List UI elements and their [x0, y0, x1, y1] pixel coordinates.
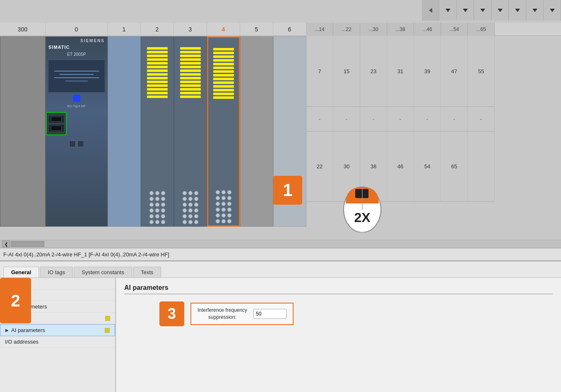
rcell-7: 7	[306, 36, 333, 106]
slot-3-stripes	[176, 41, 205, 189]
col-down-arrow-5[interactable]	[509, 0, 526, 21]
col-header-300: 300	[0, 23, 46, 36]
ai-params-title: AI parameters	[124, 284, 553, 294]
interference-row: Interference frequency suppression:	[190, 303, 294, 325]
nav-item-io-addresses[interactable]: I/O addresses	[0, 336, 115, 348]
svg-text:2X: 2X	[354, 210, 371, 225]
slot-2-stripes	[143, 41, 172, 189]
badge-2: 2	[0, 278, 31, 323]
rack-area: Baugruppenträge... 300 0 1 2 3 4 5 6 ...…	[0, 0, 561, 240]
tab-io-tags[interactable]: IO tags	[40, 267, 73, 277]
slot-0-module[interactable]: SIEMENS SIMATIC ET 200SP BU-Typ4 MF	[46, 36, 108, 227]
right-col-h-65: ...65	[468, 23, 495, 36]
rcell-empty	[468, 131, 495, 201]
rcell-55: 55	[468, 36, 495, 106]
rcell-39: 39	[414, 36, 441, 106]
svg-marker-3	[480, 9, 485, 12]
interference-input[interactable]	[253, 309, 287, 319]
rcell-d3: -	[360, 107, 387, 131]
slot-2-module[interactable]	[141, 36, 174, 227]
col-down-arrow-4[interactable]	[491, 0, 509, 21]
right-col-h-38: ...38	[387, 23, 414, 36]
param-form: 3 Interference frequency suppression:	[124, 303, 553, 325]
svg-marker-7	[550, 9, 555, 12]
svg-marker-2	[463, 9, 468, 12]
rcell-15: 15	[333, 36, 360, 106]
nav-indicator-ai	[105, 328, 110, 333]
col-header-3: 3	[174, 23, 207, 36]
eth-ports[interactable]	[46, 112, 67, 135]
col-down-arrow-3[interactable]	[474, 0, 491, 21]
svg-marker-4	[498, 9, 503, 12]
tab-texts[interactable]: Texts	[133, 267, 161, 277]
col-header-4: 4	[207, 23, 240, 36]
rcell-d4: -	[387, 107, 414, 131]
rcell-d1: -	[306, 107, 333, 131]
rcell-d7: -	[468, 107, 495, 131]
info-bar: F-AI 4xI 0(4)..20mA 2-/4-wire HF_1 [F-AI…	[0, 248, 561, 261]
col-down-arrow-2[interactable]	[457, 0, 474, 21]
svg-rect-9	[355, 189, 368, 198]
col-header-5: 5	[240, 23, 273, 36]
rcell-23: 23	[360, 36, 387, 106]
slot-4-stripes	[209, 42, 238, 188]
nav-label-io-addresses: I/O addresses	[5, 339, 39, 345]
slot-3-module[interactable]	[174, 36, 207, 227]
rcell-54: 54	[414, 131, 441, 201]
rcell-d2: -	[333, 107, 360, 131]
col-down-arrow-7[interactable]	[544, 0, 561, 21]
slot-5-module[interactable]	[240, 36, 273, 227]
interference-label: Interference frequency suppression:	[197, 307, 247, 321]
right-col-h-54: ...54	[441, 23, 468, 36]
svg-marker-0	[429, 8, 432, 13]
simatic-desc: BU-Typ4 MF	[46, 103, 107, 109]
col-down-arrow-6[interactable]	[526, 0, 544, 21]
col-header-0: 0	[46, 23, 108, 36]
rcell-22: 22	[306, 131, 333, 201]
rcell-65: 65	[441, 131, 468, 201]
col-down-arrow-1[interactable]	[439, 0, 457, 21]
mouse-2x-icon: 2X	[339, 174, 385, 234]
nav-indicator-fp	[105, 316, 110, 321]
main-content: 2 ▶ General Po...oup ▶ Mo...arameters F-…	[0, 278, 561, 392]
svg-marker-1	[445, 9, 450, 12]
badge-3: 3	[159, 301, 184, 326]
scrollbar-thumb[interactable]	[11, 241, 44, 247]
tab-general[interactable]: General	[3, 267, 39, 277]
right-col-h-30: ...30	[360, 23, 387, 36]
eth-port-2[interactable]	[48, 124, 65, 132]
rcell-d5: -	[414, 107, 441, 131]
rcell-46: 46	[387, 131, 414, 201]
slot-1-module[interactable]	[108, 36, 141, 227]
nav-arrow-ai: ▶	[5, 328, 9, 332]
rcell-d6: -	[441, 107, 468, 131]
svg-marker-5	[515, 9, 520, 12]
rcell-47: 47	[441, 36, 468, 106]
badge-1: 1	[273, 176, 302, 205]
nav-item-ai-params[interactable]: ▶ AI parameters	[0, 324, 115, 336]
siemens-logo: SIEMENS	[46, 37, 107, 43]
slot-4-module[interactable]	[207, 36, 240, 227]
scrollbar-left-button[interactable]: ❮	[2, 241, 10, 247]
simatic-model: ET 200SP	[46, 51, 107, 57]
selected-module-info: F-AI 4xI 0(4)..20mA 2-/4-wire HF_1 [F-AI…	[3, 251, 169, 258]
scroll-left-arrow[interactable]	[422, 0, 439, 21]
col-header-2: 2	[141, 23, 174, 36]
col-header-1: 1	[108, 23, 141, 36]
left-nav: 2 ▶ General Po...oup ▶ Mo...arameters F-…	[0, 278, 116, 392]
right-col-h-14: ...14	[306, 23, 333, 36]
top-arrows	[422, 0, 561, 21]
rcell-31: 31	[387, 36, 414, 106]
right-col-h-22: ...22	[333, 23, 360, 36]
slot-300[interactable]	[0, 36, 46, 227]
right-content: AI parameters 3 Interference frequency s…	[116, 278, 561, 392]
nav-label-ai-params: AI parameters	[11, 327, 45, 333]
simatic-text: SIMATIC	[46, 43, 107, 51]
tabs-area: General IO tags System constants Texts	[0, 261, 561, 278]
eth-port-1[interactable]	[48, 115, 65, 123]
tab-system-constants[interactable]: System constants	[74, 267, 132, 277]
horizontal-scrollbar[interactable]: ❮	[0, 240, 561, 248]
svg-marker-6	[532, 9, 537, 12]
right-col-h-46: ...46	[414, 23, 441, 36]
col-header-6: 6	[273, 23, 306, 36]
